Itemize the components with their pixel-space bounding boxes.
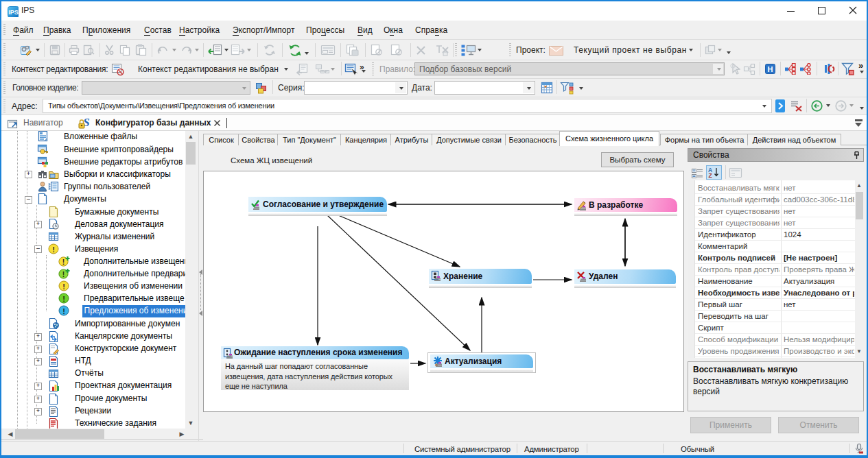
svg-text:!: ! [62,282,65,291]
svg-text:!: ! [62,270,65,278]
svg-text:!: ! [62,307,65,315]
svg-text:Z: Z [708,172,712,178]
svg-text:!: ! [62,258,65,266]
svg-text:!: ! [52,245,55,254]
svg-text:H: H [768,65,773,73]
svg-text:!: ! [62,295,65,303]
svg-text:IPS: IPS [8,9,19,16]
